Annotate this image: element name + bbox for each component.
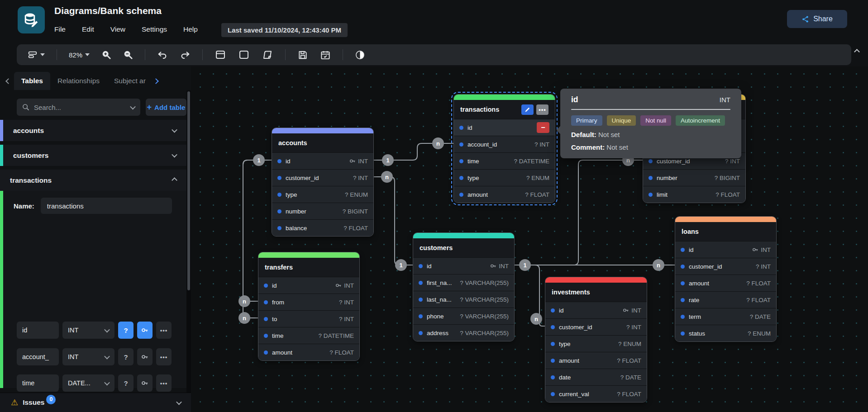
tab-tables[interactable]: Tables: [14, 72, 50, 90]
canvas-table-loans[interactable]: loansidINTcustomer_id? INTamount? FLOATr…: [675, 216, 777, 342]
diagram-layout-button[interactable]: [25, 48, 48, 62]
primary-key-button[interactable]: [137, 348, 153, 365]
relationship-line-3[interactable]: [374, 177, 413, 265]
table-field-customer_id[interactable]: customer_id? INT: [675, 258, 776, 275]
field-more-button[interactable]: •••: [156, 348, 172, 365]
table-field-balance[interactable]: balance? FLOAT: [272, 219, 373, 236]
table-field-rate[interactable]: rate? FLOAT: [675, 291, 776, 308]
nullable-toggle-button[interactable]: ?: [118, 348, 134, 365]
table-title-row[interactable]: customers: [413, 238, 514, 257]
table-field-to[interactable]: to? INT: [258, 310, 359, 327]
table-item-accounts[interactable]: accounts: [0, 120, 186, 141]
table-title-row[interactable]: accounts: [272, 133, 373, 152]
tabs-scroll-left-button[interactable]: [6, 77, 10, 85]
primary-key-button[interactable]: [137, 374, 153, 392]
canvas-table-accounts[interactable]: accountsidINTcustomer_id? INTtype? ENUMn…: [272, 128, 374, 237]
menu-item-file[interactable]: File: [54, 25, 66, 33]
table-more-button[interactable]: •••: [536, 104, 548, 115]
search-box[interactable]: [17, 99, 140, 116]
share-button[interactable]: Share: [787, 10, 847, 28]
field-name-input[interactable]: [17, 374, 59, 392]
table-field-phone[interactable]: phone? VARCHAR(255): [413, 308, 514, 324]
field-more-button[interactable]: •••: [156, 322, 172, 339]
add-table-tool-button[interactable]: [212, 47, 229, 62]
tabs-scroll-right-button[interactable]: [154, 77, 158, 85]
nullable-toggle-button[interactable]: ?: [118, 374, 134, 392]
table-field-id[interactable]: idINT: [675, 241, 776, 258]
redo-button[interactable]: [177, 48, 193, 62]
table-field-from[interactable]: from? INT: [258, 294, 359, 310]
field-more-button[interactable]: •••: [156, 374, 172, 392]
field-name-input[interactable]: [17, 322, 59, 339]
table-field-customer_id[interactable]: customer_id? INT: [545, 318, 647, 335]
canvas-table-transactions[interactable]: transactions•••id−account_id? INTtime? D…: [453, 94, 555, 203]
commit-button[interactable]: [317, 48, 334, 62]
search-input[interactable]: [34, 104, 126, 111]
zoom-in-button[interactable]: [99, 48, 114, 62]
field-type-select[interactable]: INT: [62, 348, 114, 365]
table-field-limit[interactable]: limit? FLOAT: [643, 186, 745, 203]
field-name-input[interactable]: [17, 348, 59, 365]
toolbar-collapse-button[interactable]: [855, 47, 859, 56]
zoom-out-button[interactable]: [120, 48, 136, 62]
table-field-first_na[interactable]: first_na...? VARCHAR(255): [413, 274, 514, 291]
table-field-type[interactable]: type? ENUM: [545, 335, 647, 352]
table-field-current_val[interactable]: current_val? FLOAT: [545, 385, 647, 402]
table-field-id[interactable]: id−: [454, 119, 555, 136]
canvas-table-transfers[interactable]: transfersidINTfrom? INTto? INTtime? DATE…: [258, 252, 360, 361]
table-field-status[interactable]: status? ENUM: [675, 325, 776, 341]
table-field-term[interactable]: term? DATE: [675, 308, 776, 325]
table-field-account_id[interactable]: account_id? INT: [454, 136, 555, 152]
table-item-transactions[interactable]: transactions: [0, 170, 186, 191]
table-field-number[interactable]: number? BIGINT: [272, 203, 373, 219]
table-field-id[interactable]: idINT: [413, 257, 514, 274]
primary-key-button[interactable]: [137, 322, 153, 339]
table-field-amount[interactable]: amount? FLOAT: [258, 344, 359, 360]
field-type-select[interactable]: DATE...: [62, 374, 114, 392]
scrollbar-thumb[interactable]: [187, 91, 190, 290]
save-button[interactable]: [295, 48, 311, 62]
table-field-id[interactable]: idINT: [258, 277, 359, 294]
table-field-last_na[interactable]: last_na...? VARCHAR(255): [413, 291, 514, 308]
table-field-id[interactable]: idINT: [545, 302, 647, 318]
table-field-time[interactable]: time? DATETIME: [454, 152, 555, 169]
table-field-date[interactable]: date? DATE: [545, 369, 647, 385]
field-type-select[interactable]: INT: [62, 322, 114, 339]
table-field-number[interactable]: number? BIGINT: [643, 169, 745, 186]
table-field-address[interactable]: address? VARCHAR(255): [413, 324, 514, 341]
app-logo[interactable]: [18, 6, 45, 33]
table-item-customers[interactable]: customers: [0, 145, 186, 166]
canvas-table-customers[interactable]: customersidINTfirst_na...? VARCHAR(255)l…: [413, 232, 515, 341]
menu-item-help[interactable]: Help: [183, 25, 198, 33]
remove-field-button[interactable]: −: [537, 122, 549, 133]
table-field-time[interactable]: time? DATETIME: [258, 327, 359, 344]
nullable-toggle-button[interactable]: ?: [118, 322, 134, 339]
table-field-amount[interactable]: amount? FLOAT: [545, 352, 647, 369]
menu-item-view[interactable]: View: [110, 25, 125, 33]
table-field-customer_id[interactable]: customer_id? INT: [272, 169, 373, 186]
table-title-row[interactable]: transfers: [258, 258, 359, 277]
zoom-level-button[interactable]: 82%: [66, 49, 92, 61]
undo-button[interactable]: [154, 48, 171, 62]
table-field-type[interactable]: type? ENUM: [272, 186, 373, 203]
edit-table-button[interactable]: [521, 104, 534, 115]
theme-toggle-button[interactable]: [352, 48, 368, 62]
table-field-type[interactable]: type? ENUM: [454, 169, 555, 186]
add-note-tool-button[interactable]: [259, 47, 276, 62]
canvas-table-investments[interactable]: investmentsidINTcustomer_id? INTtype? EN…: [545, 277, 647, 403]
tab-relationships[interactable]: Relationships: [50, 72, 107, 90]
add-table-button[interactable]: + Add table: [146, 99, 186, 116]
table-field-amount[interactable]: amount? FLOAT: [675, 275, 776, 291]
add-area-tool-button[interactable]: [235, 47, 253, 62]
menu-item-edit[interactable]: Edit: [82, 25, 94, 33]
sidebar-scrollbar[interactable]: [186, 90, 191, 393]
table-name-input[interactable]: [41, 198, 172, 214]
tab-subject-ar[interactable]: Subject ar: [107, 72, 153, 90]
issues-bar[interactable]: ⚠ Issues 0: [0, 393, 191, 412]
table-field-amount[interactable]: amount? FLOAT: [454, 186, 555, 203]
diagram-canvas[interactable]: 1nn1nn11nnn accountsidINTcustomer_id? IN…: [191, 66, 868, 412]
table-title-row[interactable]: investments: [545, 283, 647, 302]
table-title-row[interactable]: transactions•••: [454, 100, 555, 119]
table-field-id[interactable]: idINT: [272, 152, 373, 169]
table-title-row[interactable]: loans: [675, 222, 776, 241]
